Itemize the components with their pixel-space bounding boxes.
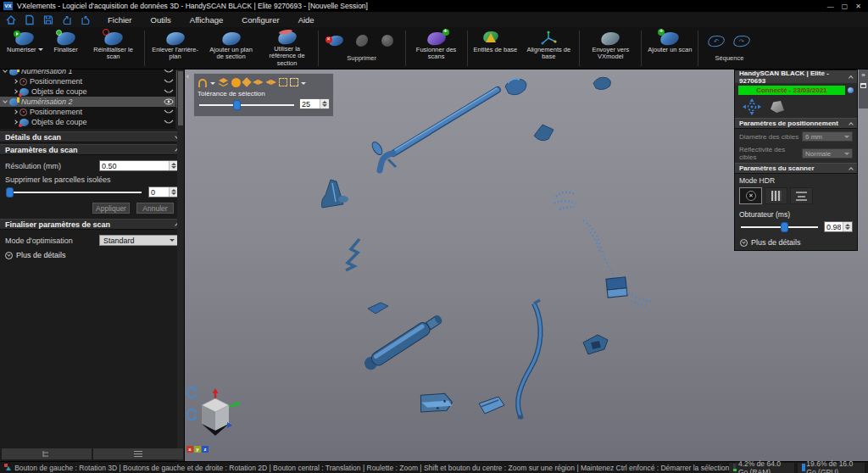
scan-fragment-long-tube[interactable] bbox=[370, 88, 498, 170]
lasso-selection-icon[interactable] bbox=[198, 77, 208, 88]
scan-fragment-small-box[interactable] bbox=[479, 397, 504, 414]
menu-outils[interactable]: Outils bbox=[143, 14, 179, 26]
slider-thumb[interactable] bbox=[781, 222, 788, 232]
menu-aide[interactable]: Aide bbox=[291, 14, 322, 26]
scanner-panel-header[interactable]: HandySCAN BLACK | Elite - 9270693 bbox=[735, 70, 857, 83]
delete-selection-button[interactable] bbox=[326, 32, 347, 49]
menu-affichage[interactable]: Affichage bbox=[182, 14, 231, 26]
scan-fragment-right-part[interactable] bbox=[583, 335, 608, 354]
scan-fragment-wedge[interactable] bbox=[534, 125, 554, 141]
free-selection-icon[interactable] bbox=[242, 77, 251, 86]
finaliser-parametres-header[interactable]: Finaliser paramètres de scan bbox=[0, 219, 184, 230]
viewport-3d[interactable]: ‹ bbox=[185, 70, 868, 461]
flip-normals-right-icon[interactable]: ◀▶ bbox=[265, 79, 275, 86]
entites-de-base-button[interactable]: Entités de base bbox=[470, 29, 521, 68]
numeriser-button[interactable]: Numériser bbox=[3, 29, 47, 68]
menu-configurer[interactable]: Configurer bbox=[234, 14, 287, 26]
sequence-next-button[interactable]: ↷ bbox=[732, 32, 752, 49]
target-diameter-dropdown[interactable]: 6 mm bbox=[802, 131, 853, 142]
dropdown-arrow-icon[interactable] bbox=[301, 82, 306, 85]
delete-sphere-button[interactable] bbox=[377, 32, 398, 49]
mesh-preview-icon[interactable] bbox=[771, 101, 784, 113]
envoyer-vxmodel-button[interactable]: Envoyer vers VXmodel bbox=[582, 29, 638, 68]
tree-row-objets-coupe-1[interactable]: Objets de coupe bbox=[0, 86, 184, 97]
isolated-patches-input[interactable] bbox=[148, 186, 179, 198]
tree-row-objets-coupe-2[interactable]: Objets de coupe bbox=[0, 117, 184, 127]
expand-caret-icon[interactable] bbox=[3, 70, 8, 73]
export-session-icon[interactable] bbox=[80, 14, 92, 25]
hdr-mode-stripes-button[interactable] bbox=[765, 187, 787, 204]
tree-view-tab[interactable] bbox=[2, 448, 92, 459]
scanner-params-header[interactable]: Paramètres du scanner bbox=[735, 163, 857, 174]
visibility-toggle-open-icon[interactable] bbox=[164, 98, 174, 105]
dropdown-arrow-icon[interactable] bbox=[38, 48, 43, 51]
resolution-input[interactable] bbox=[99, 160, 179, 171]
parametres-scan-header[interactable]: Paramètres du scan bbox=[0, 144, 184, 155]
shutter-input[interactable] bbox=[824, 221, 853, 232]
ajouter-scan-button[interactable]: Ajouter un scan bbox=[644, 29, 695, 68]
scan-fragment-box[interactable] bbox=[606, 277, 627, 298]
tolerance-input[interactable] bbox=[299, 98, 330, 109]
tree-row-numerisation-1[interactable]: Numérisation 1 bbox=[0, 70, 184, 76]
slider-thumb[interactable] bbox=[6, 187, 14, 198]
shutter-slider[interactable] bbox=[739, 221, 820, 232]
optimization-mode-dropdown[interactable]: Standard bbox=[99, 235, 179, 246]
tree-row-numerisation-2-selected[interactable]: Numérisation 2 bbox=[0, 97, 184, 107]
visibility-toggle-closed-icon[interactable] bbox=[164, 119, 174, 125]
layers-selection-icon[interactable] bbox=[218, 77, 229, 87]
spinner-arrows-icon[interactable] bbox=[320, 99, 329, 109]
slider-thumb[interactable] bbox=[233, 100, 241, 110]
dropdown-arrow-icon[interactable] bbox=[210, 82, 215, 85]
scan-fragment-point-trail[interactable] bbox=[583, 220, 614, 282]
list-view-tab[interactable] bbox=[93, 448, 183, 459]
spinner-arrows-icon[interactable] bbox=[843, 222, 852, 231]
scan-fragment-top-blob-2[interactable] bbox=[593, 77, 610, 89]
details-scan-header[interactable]: Détails du scan bbox=[0, 131, 184, 142]
collapse-caret-icon[interactable] bbox=[13, 120, 18, 125]
scan-fragment-triangle-bracket[interactable] bbox=[322, 180, 349, 208]
scan-fragment-dot-spray[interactable] bbox=[626, 292, 653, 306]
positioning-params-header[interactable]: Paramètres de positionnement bbox=[735, 118, 857, 129]
reflectivity-dropdown[interactable]: Normale bbox=[802, 148, 853, 159]
alignements-de-base-button[interactable]: Alignements de base bbox=[520, 29, 576, 68]
import-session-icon[interactable] bbox=[61, 14, 73, 25]
float-panel-icon[interactable] bbox=[860, 83, 866, 88]
minimize-button[interactable]: — bbox=[827, 3, 834, 10]
plus-de-details-toggle-right[interactable]: Plus de détails bbox=[735, 235, 857, 250]
sphere-selection-icon[interactable] bbox=[231, 78, 241, 87]
targets-crosshair-icon[interactable] bbox=[742, 97, 762, 116]
finaliser-button[interactable]: Finaliser bbox=[47, 29, 86, 68]
scan-fragment-flat-bracket[interactable] bbox=[417, 388, 455, 420]
save-session-icon[interactable] bbox=[42, 14, 54, 25]
visibility-toggle-closed-icon[interactable] bbox=[164, 88, 174, 95]
visibility-toggle-closed-icon[interactable] bbox=[164, 70, 174, 75]
scan-fragment-sliver[interactable] bbox=[368, 303, 388, 314]
ajouter-plan-section-button[interactable]: Ajouter un plan de section bbox=[203, 29, 259, 68]
scan-fragment-point-cluster[interactable] bbox=[554, 192, 576, 209]
select-visible-icon[interactable] bbox=[290, 78, 298, 86]
hdr-mode-shutter-button[interactable] bbox=[739, 187, 762, 204]
new-session-icon[interactable] bbox=[24, 14, 36, 25]
home-icon[interactable] bbox=[5, 14, 17, 25]
tree-row-positionnement-1[interactable]: Positionnement bbox=[0, 76, 184, 86]
sequence-prev-button[interactable]: ↶ bbox=[706, 32, 726, 49]
close-button[interactable]: ✕ bbox=[855, 3, 861, 10]
tree-row-positionnement-2[interactable]: Positionnement bbox=[0, 107, 184, 117]
scan-fragment-zigzag[interactable] bbox=[346, 239, 359, 270]
scan-fragment-top-blob[interactable] bbox=[505, 79, 526, 95]
scan-fragment-shock-absorber[interactable] bbox=[362, 312, 445, 372]
collapse-caret-icon[interactable] bbox=[13, 109, 18, 114]
maximize-button[interactable]: ▢ bbox=[842, 3, 849, 10]
collapse-caret-icon[interactable] bbox=[13, 79, 18, 84]
enlever-arriere-plan-button[interactable]: Enlever l'arrière-plan bbox=[147, 29, 203, 68]
expand-panel-icon[interactable]: » bbox=[861, 72, 865, 79]
delete-spray-button[interactable] bbox=[352, 32, 372, 49]
tolerance-slider[interactable] bbox=[198, 99, 296, 109]
reinitialiser-scan-button[interactable]: Réinitialiser le scan bbox=[86, 29, 142, 68]
hdr-mode-auto-button[interactable] bbox=[790, 187, 813, 204]
fusionner-scans-button[interactable]: Fusionner des scans bbox=[409, 29, 465, 68]
navigation-cube[interactable] bbox=[188, 388, 241, 441]
plus-de-details-toggle-left[interactable]: Plus de détails bbox=[0, 248, 184, 263]
menu-fichier[interactable]: Fichier bbox=[100, 14, 140, 26]
utiliser-reference-section-button[interactable]: Utiliser la référence de section bbox=[259, 29, 315, 68]
